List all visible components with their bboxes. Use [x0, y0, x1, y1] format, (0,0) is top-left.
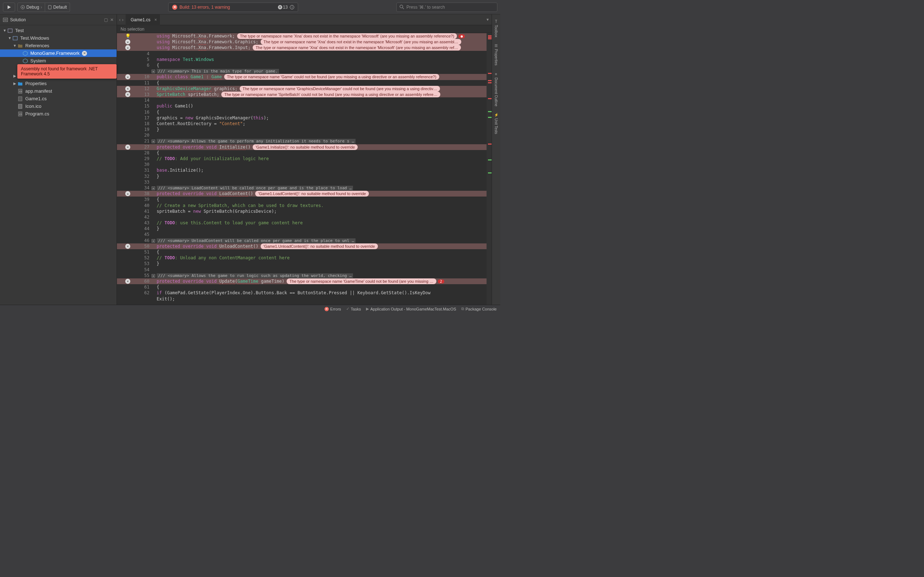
code-line[interactable]: ✕10 public class Game1 : GameThe type or… — [117, 74, 486, 80]
target-config-button[interactable]: Default — [45, 3, 70, 12]
code-line[interactable]: 5namespace Test.Windows — [117, 56, 486, 62]
code-line[interactable]: 42 — [117, 214, 486, 220]
ruler-mark[interactable] — [488, 35, 492, 36]
ruler-mark[interactable] — [488, 172, 492, 174]
sb-package-console[interactable]: ⧉Package Console — [461, 306, 497, 311]
code-line[interactable]: ✕38 protected override void LoadContent(… — [117, 191, 486, 197]
code-line[interactable]: 61 { — [117, 284, 486, 290]
code-line[interactable]: + /// <summary> This is the main type fo… — [117, 68, 486, 74]
code-line[interactable]: ✕50 protected override void UnloadConten… — [117, 243, 486, 249]
code-line[interactable]: ✕12 GraphicsDeviceManager graphics;The t… — [117, 86, 486, 92]
code-line[interactable]: 39 { — [117, 197, 486, 202]
tree-item-system[interactable]: System — [0, 57, 116, 64]
tree-item-references[interactable]: ▼References — [0, 42, 116, 49]
code-line[interactable]: 44 } — [117, 226, 486, 232]
fold-toggle[interactable]: + — [152, 140, 155, 143]
code-line[interactable]: 32 } — [117, 174, 486, 179]
editor-tab[interactable]: Game1.cs × — [126, 15, 160, 25]
code-line[interactable]: 14 — [117, 97, 486, 103]
fold-toggle[interactable]: + — [152, 239, 155, 243]
code-line[interactable]: 31 base.Initialize(); — [117, 167, 486, 173]
code-line[interactable]: 43 // TODO: use this.Content to load you… — [117, 220, 486, 226]
code-line[interactable]: 💡using Microsoft.Xna.Framework;The type … — [117, 33, 486, 39]
code-line[interactable]: 4 — [117, 51, 486, 56]
code-line[interactable]: ✕27 protected override void Initialize()… — [117, 144, 486, 150]
code-line[interactable]: ✕13 SpriteBatch spriteBatch;The type or … — [117, 92, 486, 97]
code-line[interactable]: 33 — [117, 179, 486, 185]
tree-item-monogame-framework[interactable]: MonoGame.Framework✕ — [0, 49, 116, 57]
nav-back-icon[interactable]: ‹ — [119, 17, 121, 23]
editor-breadcrumb[interactable]: No selection — [117, 25, 492, 33]
rail-tab-properties[interactable]: ☰Properties — [493, 42, 499, 68]
chevron-right-icon: › — [40, 5, 42, 10]
code-line[interactable]: 40 // Create a new SpriteBatch, which ca… — [117, 202, 486, 208]
code-line[interactable]: 17 graphics = new GraphicsDeviceManager(… — [117, 115, 486, 121]
ruler-mark[interactable] — [488, 38, 492, 39]
code-line[interactable]: 55+ /// <summary> Allows the game to run… — [117, 272, 486, 279]
code-editor[interactable]: 💡using Microsoft.Xna.Framework;The type … — [117, 33, 486, 305]
code-line[interactable]: 20 — [117, 132, 486, 138]
rail-tab-unit-tests[interactable]: ⚡Unit Tests — [493, 111, 499, 136]
build-status-bar[interactable]: ✕ Build: 13 errors, 1 warning ✕13 i — [168, 3, 298, 12]
tab-overflow-icon[interactable]: ▾ — [486, 17, 489, 22]
code-line[interactable]: 53 } — [117, 261, 486, 266]
info-icon[interactable]: i — [290, 5, 294, 10]
rail-tab-document-outline[interactable]: ≡Document Outline — [493, 70, 499, 108]
code-line[interactable]: 29 // TODO: Add your initialization logi… — [117, 156, 486, 161]
run-button[interactable] — [3, 3, 15, 12]
close-icon[interactable]: × — [155, 17, 157, 23]
ruler-mark[interactable] — [488, 37, 492, 38]
code-line[interactable]: 21+ /// <summary> Allows the game to per… — [117, 138, 486, 144]
code-line[interactable]: 46+ /// <summary> UnloadContent will be … — [117, 238, 486, 243]
code-line[interactable]: 15 public Game1() — [117, 103, 486, 109]
tree-item-icon-ico[interactable]: Icon.ico — [0, 102, 116, 110]
nav-fwd-icon[interactable]: › — [122, 17, 123, 23]
code-line[interactable]: 18 Content.RootDirectory = "Content"; — [117, 121, 486, 127]
ruler-mark[interactable] — [488, 111, 492, 112]
sb-app-output[interactable]: ▶Application Output - MonoGameMacTest.Ma… — [366, 306, 456, 311]
sb-tasks[interactable]: ✓Tasks — [346, 306, 361, 311]
tree-item-game1-cs[interactable]: Game1.cs — [0, 95, 116, 102]
ruler-mark[interactable] — [488, 80, 492, 81]
code-line[interactable]: 51 { — [117, 249, 486, 255]
ruler-mark[interactable] — [488, 143, 492, 145]
code-line[interactable]: 11 { — [117, 80, 486, 86]
error-marker-icon: ✕ — [125, 86, 130, 91]
tree-item-test-windows[interactable]: ▼Test.Windows — [0, 34, 116, 42]
tree-item-properties[interactable]: ▶Properties — [0, 80, 116, 87]
code-line[interactable]: 28 { — [117, 150, 486, 156]
overview-ruler[interactable] — [486, 33, 492, 305]
ruler-mark[interactable] — [488, 117, 492, 118]
ruler-mark[interactable] — [488, 73, 492, 74]
code-line[interactable]: ✕60 protected override void Update(GameT… — [117, 279, 486, 284]
code-line[interactable]: ✕using Microsoft.Xna.Framework.Input;The… — [117, 45, 486, 50]
ruler-mark[interactable] — [488, 98, 492, 99]
code-line[interactable]: 62 if (GamePad.GetState(PlayerIndex.One)… — [117, 290, 486, 296]
code-line[interactable]: 34+ /// <summary> LoadContent will be ca… — [117, 185, 486, 191]
code-line[interactable]: 45 — [117, 232, 486, 237]
lightbulb-icon[interactable]: 💡 — [125, 34, 131, 39]
debug-config-button[interactable]: Debug › — [17, 3, 45, 12]
code-line[interactable]: 19 } — [117, 127, 486, 132]
code-line[interactable]: 16 { — [117, 109, 486, 115]
rail-tab-toolbox[interactable]: TToolbox — [493, 17, 499, 39]
fold-toggle[interactable]: + — [152, 274, 155, 278]
pane-close-icon[interactable]: ✕ — [110, 17, 114, 23]
tree-item-test[interactable]: ▼Test — [0, 27, 116, 34]
fold-toggle[interactable]: + — [152, 69, 155, 73]
code-line[interactable]: 41 spriteBatch = new SpriteBatch(Graphic… — [117, 208, 486, 214]
code-line[interactable]: 54 — [117, 267, 486, 272]
tree-item-program-cs[interactable]: <>Program.cs — [0, 110, 116, 118]
sb-errors[interactable]: ✕Errors — [325, 307, 341, 311]
code-line[interactable]: ✕using Microsoft.Xna.Framework.Graphics;… — [117, 39, 486, 45]
global-search[interactable]: Press '⌘.' to search — [396, 3, 498, 12]
code-line[interactable]: 30 — [117, 161, 486, 167]
fold-toggle[interactable]: + — [152, 187, 155, 190]
code-line[interactable]: 6{ — [117, 62, 486, 68]
code-line[interactable]: 52 // TODO: Unload any non ContentManage… — [117, 255, 486, 261]
pane-detach-icon[interactable]: ▢ — [104, 17, 108, 23]
ruler-mark[interactable] — [488, 160, 492, 161]
ruler-mark[interactable] — [488, 82, 492, 83]
code-line[interactable]: Exit(); — [117, 296, 486, 301]
tree-item-app-manifest[interactable]: <>app.manifest — [0, 87, 116, 95]
